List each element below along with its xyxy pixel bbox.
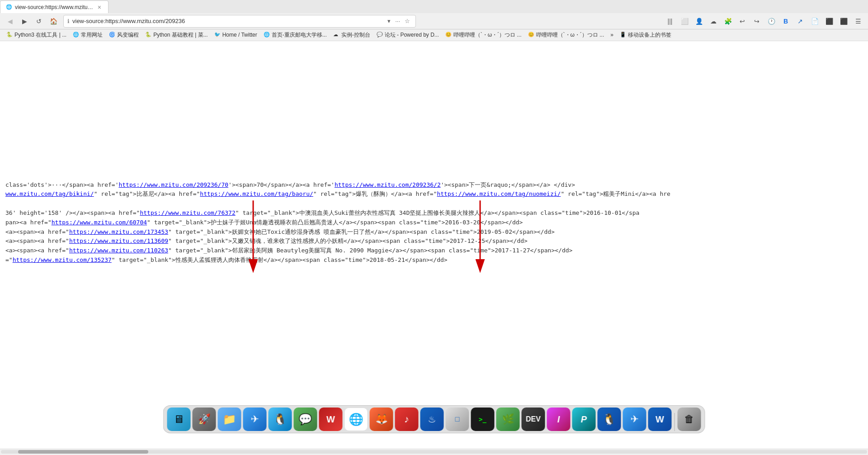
dock-chrome-icon: 🌐	[349, 412, 363, 427]
redo-button[interactable]: ↪	[750, 15, 763, 28]
bookmark-common-label: 常用网址	[81, 31, 103, 39]
bookmark-python-tutorial[interactable]: 🐍 Python 基础教程 | 菜...	[142, 30, 210, 40]
dock-steam-icon: ♨	[428, 414, 436, 425]
tab-overview-button[interactable]: ⬜	[678, 15, 691, 28]
dock-separator	[675, 413, 675, 431]
dock-chrome[interactable]: 🌐	[344, 408, 368, 431]
dock-vmware-icon: □	[455, 415, 460, 423]
dock-idea[interactable]: I	[547, 408, 571, 431]
dock-trash-icon: 🗑	[684, 413, 694, 425]
undo-button[interactable]: ↩	[736, 15, 749, 28]
sync-button[interactable]: ☁	[707, 15, 720, 28]
nav-right-buttons: ||| ⬜ 👤 ☁ 🧩 ↩ ↪ 🕐 B ↗ 📄 ⬛ ⬛ ☰	[664, 15, 864, 28]
dock-pycharm[interactable]: P	[572, 408, 596, 431]
bookmark-mobile[interactable]: 📱 移动设备上的书签	[617, 30, 674, 40]
bookmark-more-label: »	[610, 32, 613, 38]
bookmark-common-icon: 🌐	[73, 32, 79, 38]
bookmark-console-icon: ☁	[333, 32, 340, 38]
bookmark-bilibili2[interactable]: 😊 哔哩哔哩（`・ω・´）つロ ...	[525, 30, 607, 40]
reload-button[interactable]: ↺	[33, 15, 45, 28]
extension4-button[interactable]: ⬛	[823, 15, 835, 28]
dock-pockity[interactable]: ✈	[243, 408, 267, 431]
extension1-button[interactable]: B	[779, 15, 792, 28]
dock-devtools[interactable]: DEV	[522, 408, 545, 431]
bookmark-forum[interactable]: 💬 论坛 - Powered by D...	[374, 30, 442, 40]
history-button[interactable]: 🕐	[765, 15, 778, 28]
dock-vmware[interactable]: □	[446, 408, 469, 431]
bookmark-python-tutorial-label: Python 基础教程 | 菜...	[153, 31, 208, 39]
dock-penguin[interactable]: 🐧	[598, 408, 621, 431]
source-line-4: 36' height='158' /></a><span><a href="ht…	[0, 209, 868, 218]
bookmark-cqupt[interactable]: 🌐 首页-重庆邮电大学移...	[261, 30, 330, 40]
source-line-3	[0, 199, 868, 209]
dock-163music[interactable]: ♪	[395, 408, 419, 431]
more-icon[interactable]: ···	[393, 17, 402, 25]
info-icon: ℹ	[67, 18, 70, 24]
bookmark-fengbian-icon: 🌀	[109, 32, 115, 38]
bookmark-cqupt-label: 首页-重庆邮电大学移...	[272, 31, 327, 39]
dropdown-icon[interactable]: ▾	[386, 17, 392, 25]
dock-finder-icon: 🖥	[174, 413, 184, 426]
dock-talky-icon: 🌿	[502, 413, 514, 425]
scrollbar-track[interactable]	[1, 450, 867, 454]
bookmark-bilibili1-label: 哔哩哔哩（`・ω・´）つロ ...	[453, 31, 522, 39]
dock-wps[interactable]: W	[319, 408, 343, 431]
bookmark-fengbian-label: 风变编程	[117, 31, 139, 39]
dock-files[interactable]: 📁	[218, 408, 241, 431]
dock-finder[interactable]: 🖥	[167, 408, 191, 431]
bookmarks-button[interactable]: |||	[664, 15, 676, 28]
bookmark-forum-icon: 💬	[377, 32, 383, 38]
dock-pockity-icon: ✈	[251, 413, 259, 425]
bookmark-common[interactable]: 🌐 常用网址	[70, 30, 105, 40]
horizontal-scrollbar[interactable]	[0, 449, 868, 455]
dock-trash[interactable]: 🗑	[678, 408, 701, 431]
dock-wechat[interactable]: 💬	[294, 408, 317, 431]
address-bar[interactable]: ℹ view-source:https://www.mzitu.com/2092…	[63, 15, 416, 28]
dock-devtools-icon: DEV	[526, 415, 541, 423]
extension5-button[interactable]: ⬛	[837, 15, 850, 28]
scrollbar-thumb[interactable]	[18, 450, 148, 454]
dock-qq-icon: 🐧	[274, 413, 287, 426]
dock-penguin-icon: 🐧	[603, 413, 616, 426]
bookmark-twitter-icon: 🐦	[214, 32, 221, 38]
dock: 🖥 🚀 📁 ✈ 🐧 💬 W 🌐 🦊	[163, 405, 705, 433]
source-view: class='dots'>···</span><a href='https://…	[0, 41, 868, 449]
dock-steam[interactable]: ♨	[420, 408, 444, 431]
bookmark-mobile-label: 移动设备上的书签	[628, 31, 671, 39]
source-line-8: <a><span><a href="https://www.mzitu.com/…	[0, 246, 868, 256]
bookmark-bilibili2-label: 哔哩哔哩（`・ω・´）つロ ...	[536, 31, 604, 39]
star-icon[interactable]: ☆	[403, 17, 412, 25]
bookmark-twitter[interactable]: 🐦 Home / Twitter	[212, 31, 260, 39]
address-bar-actions: ▾ ··· ☆	[386, 17, 412, 25]
dock-talky[interactable]: 🌿	[496, 408, 520, 431]
bookmark-fengbian[interactable]: 🌀 风变编程	[106, 30, 142, 40]
dock-launchpad[interactable]: 🚀	[193, 408, 216, 431]
source-line-2: www.mzitu.com/tag/bikini/" rel="tag">比基尼…	[0, 190, 868, 199]
dock-wps2[interactable]: W	[648, 408, 672, 431]
bookmark-python3[interactable]: 🐍 Python3 在线工具 | ...	[4, 30, 69, 40]
bookmark-bilibili1[interactable]: 😊 哔哩哔哩（`・ω・´）つロ ...	[443, 30, 524, 40]
tab-title: view-source:https://www.mzitu.com/209236	[15, 4, 94, 10]
forward-button[interactable]: ▶	[18, 15, 31, 28]
tab-close-button[interactable]: ×	[96, 3, 103, 11]
extension3-button[interactable]: 📄	[808, 15, 821, 28]
dock-terminal[interactable]: >_	[471, 408, 495, 431]
home-button[interactable]: 🏠	[47, 15, 60, 28]
empty-space-top	[0, 45, 868, 180]
bookmark-more[interactable]: »	[608, 31, 616, 39]
active-tab[interactable]: 🌐 view-source:https://www.mzitu.com/2092…	[0, 0, 108, 13]
bookmark-python3-icon: 🐍	[6, 32, 13, 38]
extension2-button[interactable]: ↗	[794, 15, 807, 28]
dock-firefox[interactable]: 🦊	[370, 408, 393, 431]
back-button[interactable]: ◀	[4, 15, 16, 28]
bookmark-console[interactable]: ☁ 实例-控制台	[330, 30, 373, 40]
addons-button[interactable]: 🧩	[722, 15, 734, 28]
menu-button[interactable]: ☰	[852, 15, 864, 28]
bookmark-python-tutorial-icon: 🐍	[145, 32, 151, 38]
dock-qq[interactable]: 🐧	[269, 408, 292, 431]
navigation-bar: ◀ ▶ ↺ 🏠 ℹ view-source:https://www.mzitu.…	[0, 13, 868, 29]
profile-button[interactable]: 👤	[693, 15, 705, 28]
dock-feijixin[interactable]: ✈	[623, 408, 646, 431]
bookmark-forum-label: 论坛 - Powered by D...	[385, 31, 439, 39]
address-text: view-source:https://www.mzitu.com/209236	[72, 18, 383, 24]
